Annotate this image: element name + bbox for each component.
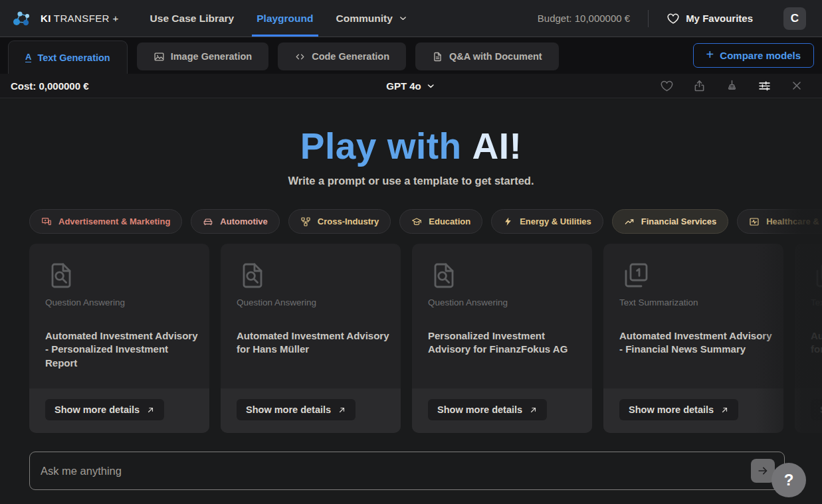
my-favourites-button[interactable]: My Favourites bbox=[667, 12, 753, 25]
nav-label: Community bbox=[336, 13, 393, 25]
chip-label: Advertisement & Marketing bbox=[58, 216, 170, 226]
details-label: Show more details bbox=[54, 404, 140, 415]
close-icon-button[interactable] bbox=[790, 79, 803, 92]
workflow-icon bbox=[300, 216, 311, 227]
code-icon bbox=[294, 51, 306, 62]
question-answering-icon bbox=[45, 260, 77, 292]
trend-up-icon bbox=[624, 216, 635, 227]
prompt-input[interactable] bbox=[29, 452, 785, 490]
model-name: GPT 4o bbox=[386, 80, 421, 92]
generation-tabs: A Text Generation Image Generation Code … bbox=[0, 37, 822, 74]
use-case-card[interactable]: Text Summarization Automated Investment … bbox=[603, 244, 783, 433]
health-monitor-icon bbox=[749, 216, 760, 227]
graduation-cap-icon bbox=[411, 216, 422, 227]
use-case-card[interactable]: Question Answering Automated Investment … bbox=[221, 244, 401, 433]
card-category: Question Answering bbox=[45, 297, 193, 307]
card-footer: Show more details bbox=[603, 388, 783, 433]
cost-display: Cost: 0,000000 € bbox=[11, 80, 89, 92]
close-icon bbox=[790, 79, 803, 92]
image-icon bbox=[154, 51, 165, 62]
chip-energy-utilities[interactable]: Energy & Utilities bbox=[491, 209, 603, 234]
use-case-card[interactable]: Question Answering Personalized Investme… bbox=[412, 244, 592, 433]
show-more-details-button[interactable]: Show more details bbox=[428, 399, 547, 420]
card-category: Text Summarization bbox=[811, 297, 822, 307]
ad-marketing-icon bbox=[41, 216, 52, 227]
question-mark-icon: ? bbox=[784, 471, 794, 489]
settings-sliders-icon-button[interactable] bbox=[758, 79, 771, 93]
details-label: Show more details bbox=[629, 404, 714, 415]
external-arrow-icon bbox=[720, 406, 729, 414]
card-title: Personalized Investment Advisory for Fin… bbox=[428, 329, 581, 357]
plus-icon: + bbox=[706, 47, 714, 62]
toolbar-actions bbox=[660, 79, 811, 93]
card-footer: Show more details bbox=[221, 388, 401, 433]
show-more-details-button[interactable]: Show more details bbox=[45, 399, 164, 420]
compare-models-button[interactable]: + Compare models bbox=[693, 43, 814, 68]
chip-label: Healthcare & Life Science bbox=[766, 216, 822, 226]
nav-label: Use Case Library bbox=[150, 13, 235, 25]
card-title: Automated Investment Advisory for … bbox=[811, 329, 822, 357]
chip-label: Financial Services bbox=[641, 216, 716, 226]
tab-qa-with-document[interactable]: Q&A with Document bbox=[415, 42, 559, 70]
user-avatar[interactable]: C bbox=[783, 7, 806, 30]
sliders-icon bbox=[758, 79, 771, 93]
favourite-icon-button[interactable] bbox=[660, 79, 674, 93]
chip-automotive[interactable]: Automotive bbox=[191, 209, 280, 234]
tab-code-generation[interactable]: Code Generation bbox=[278, 42, 406, 70]
chip-label: Education bbox=[429, 216, 470, 226]
tab-label: Q&A with Document bbox=[449, 51, 542, 62]
clear-broom-icon-button[interactable] bbox=[725, 79, 739, 93]
chip-cross-industry[interactable]: Cross-Industry bbox=[288, 209, 391, 234]
share-icon-button[interactable] bbox=[692, 79, 706, 93]
session-toolbar: Cost: 0,000000 € GPT 4o bbox=[0, 74, 822, 98]
use-case-card-row: Question Answering Automated Investment … bbox=[29, 244, 822, 433]
header-divider bbox=[648, 10, 649, 27]
logo-molecule-icon bbox=[11, 7, 35, 31]
card-title: Automated Investment Advisory - Personal… bbox=[45, 329, 198, 370]
show-more-details-button[interactable]: Show more details bbox=[811, 399, 822, 420]
logo-text: KITRANSFER + bbox=[41, 13, 119, 24]
text-summarization-icon bbox=[619, 260, 651, 292]
favourites-label: My Favourites bbox=[686, 13, 753, 24]
tab-image-generation[interactable]: Image Generation bbox=[137, 42, 268, 70]
text-summarization-icon bbox=[811, 260, 822, 292]
document-icon bbox=[432, 51, 443, 62]
chip-healthcare-life-science[interactable]: Healthcare & Life Science bbox=[737, 209, 822, 234]
main-nav: Use Case Library Playground Community bbox=[139, 0, 419, 37]
card-title: Automated Investment Advisory for Hans M… bbox=[237, 329, 389, 357]
heart-icon bbox=[660, 79, 674, 93]
external-arrow-icon bbox=[146, 406, 155, 414]
budget-display: Budget: 10,000000 € bbox=[538, 13, 630, 24]
show-more-details-button[interactable]: Show more details bbox=[619, 399, 738, 420]
chevron-down-icon bbox=[426, 81, 436, 91]
show-more-details-button[interactable]: Show more details bbox=[237, 399, 356, 420]
use-case-card[interactable]: Question Answering Automated Investment … bbox=[29, 244, 209, 433]
card-footer: Show more details bbox=[795, 388, 822, 433]
details-label: Show more details bbox=[437, 404, 522, 415]
heart-icon bbox=[667, 12, 680, 25]
card-category: Question Answering bbox=[237, 297, 385, 307]
question-answering-icon bbox=[428, 260, 460, 292]
tab-text-generation[interactable]: A Text Generation bbox=[8, 41, 128, 74]
chip-label: Energy & Utilities bbox=[520, 216, 591, 226]
share-icon bbox=[692, 79, 706, 93]
app-logo[interactable]: KITRANSFER + bbox=[11, 7, 119, 31]
nav-item-playground[interactable]: Playground bbox=[245, 0, 324, 37]
prompt-bar bbox=[29, 452, 785, 490]
help-button[interactable]: ? bbox=[771, 463, 806, 497]
chip-education[interactable]: Education bbox=[399, 209, 482, 234]
nav-label: Playground bbox=[257, 13, 313, 25]
compare-models-label: Compare models bbox=[720, 50, 801, 61]
card-footer: Show more details bbox=[29, 388, 209, 433]
use-case-card-partial[interactable]: Text Summarization Automated Investment … bbox=[795, 244, 822, 433]
card-title: Automated Investment Advisory - Financia… bbox=[619, 329, 772, 357]
page-title: Play with AI! bbox=[0, 125, 822, 167]
nav-item-use-case-library[interactable]: Use Case Library bbox=[139, 0, 246, 37]
chevron-down-icon bbox=[398, 13, 408, 23]
model-selector[interactable]: GPT 4o bbox=[386, 80, 436, 92]
arrow-right-icon bbox=[756, 464, 770, 477]
chip-label: Cross-Industry bbox=[318, 216, 379, 226]
nav-item-community[interactable]: Community bbox=[325, 0, 419, 37]
chip-financial-services[interactable]: Financial Services bbox=[612, 209, 728, 234]
chip-advertisement-marketing[interactable]: Advertisement & Marketing bbox=[29, 209, 182, 234]
